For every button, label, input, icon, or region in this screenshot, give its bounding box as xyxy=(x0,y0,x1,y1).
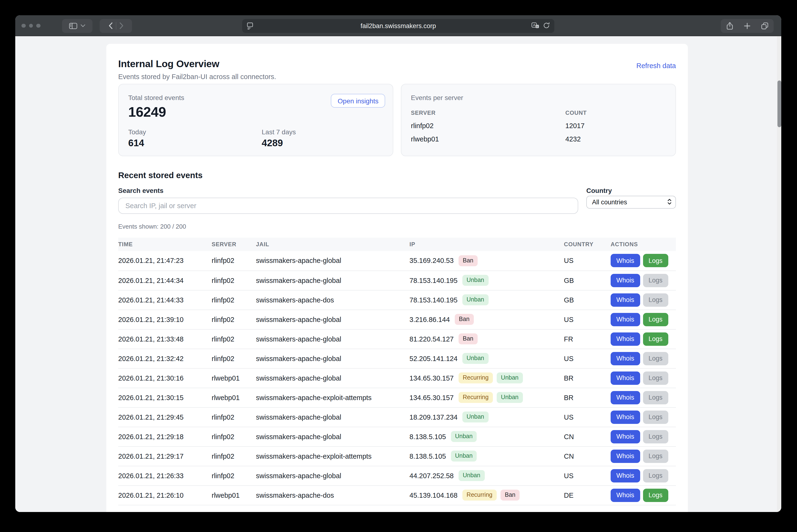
logs-button: Logs xyxy=(643,391,668,404)
tab-overview-icon[interactable] xyxy=(761,22,768,29)
event-badges: Unban xyxy=(451,431,477,442)
event-time: 2026.01.21, 21:33:48 xyxy=(118,329,212,349)
event-country: US xyxy=(564,349,611,368)
forward-button[interactable] xyxy=(120,22,123,29)
logs-button[interactable]: Logs xyxy=(643,254,668,267)
logs-button: Logs xyxy=(643,273,668,287)
event-ip: 44.207.252.58 xyxy=(410,472,454,479)
whois-button[interactable]: Whois xyxy=(611,254,640,267)
whois-button[interactable]: Whois xyxy=(611,371,640,385)
page-content: Internal Log Overview Events stored by F… xyxy=(15,36,781,512)
zoom-window-button[interactable] xyxy=(36,24,40,28)
badge-ban: Ban xyxy=(454,314,474,325)
event-jail: swissmakers-apache-dos xyxy=(256,485,410,505)
country-select-value: All countries xyxy=(592,198,627,206)
whois-button[interactable]: Whois xyxy=(611,430,640,443)
event-country: CN xyxy=(564,446,611,466)
back-button[interactable] xyxy=(108,22,112,29)
event-country: US xyxy=(564,407,611,427)
col-server: SERVER xyxy=(212,238,256,251)
table-row: 2026.01.21, 21:29:18 rlinfp02 swissmaker… xyxy=(118,427,676,446)
badge-unban: Unban xyxy=(451,451,477,461)
event-ip-cell: 45.139.104.168 RecurringBan xyxy=(410,485,564,505)
svg-text:x: x xyxy=(537,25,538,27)
event-actions: WhoisLogs xyxy=(611,388,676,407)
logs-button[interactable]: Logs xyxy=(643,313,668,326)
scrollbar-track[interactable] xyxy=(777,36,781,512)
event-actions: WhoisLogs xyxy=(611,368,676,388)
chevron-down-icon xyxy=(80,24,85,27)
badge-unban: Unban xyxy=(463,353,489,364)
table-row: 2026.01.21, 21:44:34 rlinfp02 swissmaker… xyxy=(118,270,676,290)
event-jail: swissmakers-apache-global xyxy=(256,270,410,290)
whois-button[interactable]: Whois xyxy=(611,391,640,404)
event-country: CN xyxy=(564,427,611,446)
whois-button[interactable]: Whois xyxy=(611,489,640,502)
badge-ban: Ban xyxy=(458,255,478,266)
event-badges: Unban xyxy=(458,470,485,481)
country-select[interactable]: All countries xyxy=(586,196,676,209)
event-actions: WhoisLogs xyxy=(611,290,676,309)
toolbar-right-buttons xyxy=(721,19,774,33)
event-actions: WhoisLogs xyxy=(611,407,676,427)
event-jail: swissmakers-apache-global xyxy=(256,368,410,388)
badge-unban: Unban xyxy=(497,392,523,403)
badge-ban: Ban xyxy=(501,490,520,500)
col-actions: ACTIONS xyxy=(611,238,676,251)
event-badges: RecurringBan xyxy=(463,490,520,500)
browser-window: fail2ban.swissmakers.corp A x xyxy=(15,15,781,512)
events-table-body: 2026.01.21, 21:47:23 rlinfp02 swissmaker… xyxy=(118,251,676,505)
new-tab-icon[interactable] xyxy=(744,23,750,29)
badge-unban: Unban xyxy=(451,431,477,442)
sidebar-toggle-button[interactable] xyxy=(62,19,92,33)
event-server: rlinfp02 xyxy=(212,349,256,368)
event-ip-cell: 78.153.140.195 Unban xyxy=(410,290,564,309)
event-time: 2026.01.21, 21:47:23 xyxy=(118,251,212,270)
logs-button[interactable]: Logs xyxy=(643,332,668,345)
today-value: 614 xyxy=(128,138,262,149)
translate-icon[interactable]: A x xyxy=(531,22,539,29)
total-events-card: Total stored events 16249 Open insights … xyxy=(118,84,393,156)
whois-button[interactable]: Whois xyxy=(611,313,640,326)
whois-button[interactable]: Whois xyxy=(611,410,640,424)
whois-button[interactable]: Whois xyxy=(611,352,640,365)
minimize-window-button[interactable] xyxy=(29,24,33,28)
event-time: 2026.01.21, 21:44:33 xyxy=(118,290,212,309)
page-title: Internal Log Overview xyxy=(118,58,276,70)
event-jail: swissmakers-apache-exploit-attempts xyxy=(256,446,410,466)
address-bar[interactable]: fail2ban.swissmakers.corp A x xyxy=(242,19,555,33)
whois-button[interactable]: Whois xyxy=(611,469,640,482)
event-badges: Unban xyxy=(463,294,489,305)
scrollbar-thumb[interactable] xyxy=(777,80,781,127)
event-time: 2026.01.21, 21:29:45 xyxy=(118,407,212,427)
recent-events-title: Recent stored events xyxy=(118,171,676,180)
logs-button[interactable]: Logs xyxy=(643,489,668,502)
event-jail: swissmakers-apache-global xyxy=(256,466,410,485)
page-subtitle: Events stored by Fail2ban-UI across all … xyxy=(118,73,276,80)
close-window-button[interactable] xyxy=(21,24,25,28)
event-ip-cell: 78.153.140.195 Unban xyxy=(410,270,564,290)
logs-button: Logs xyxy=(643,469,668,482)
reload-icon[interactable] xyxy=(543,22,550,29)
search-input[interactable] xyxy=(118,198,578,214)
whois-button[interactable]: Whois xyxy=(611,293,640,306)
open-insights-button[interactable]: Open insights xyxy=(331,94,385,108)
table-row: 2026.01.21, 21:30:16 rlwebp01 swissmaker… xyxy=(118,368,676,388)
badge-ban: Ban xyxy=(458,334,478,344)
share-icon[interactable] xyxy=(726,22,733,30)
event-server: rlinfp02 xyxy=(212,329,256,349)
whois-button[interactable]: Whois xyxy=(611,332,640,345)
event-actions: WhoisLogs xyxy=(611,466,676,485)
whois-button[interactable]: Whois xyxy=(611,273,640,287)
event-badges: Ban xyxy=(454,314,474,325)
whois-button[interactable]: Whois xyxy=(611,449,640,463)
event-country: BR xyxy=(564,368,611,388)
event-ip-cell: 8.138.5.105 Unban xyxy=(410,427,564,446)
event-badges: RecurringUnban xyxy=(458,373,523,383)
event-time: 2026.01.21, 21:44:34 xyxy=(118,270,212,290)
logs-button: Logs xyxy=(643,430,668,443)
last7-value: 4289 xyxy=(262,138,296,149)
logs-button: Logs xyxy=(643,293,668,306)
refresh-data-link[interactable]: Refresh data xyxy=(636,62,676,70)
event-country: GB xyxy=(564,270,611,290)
